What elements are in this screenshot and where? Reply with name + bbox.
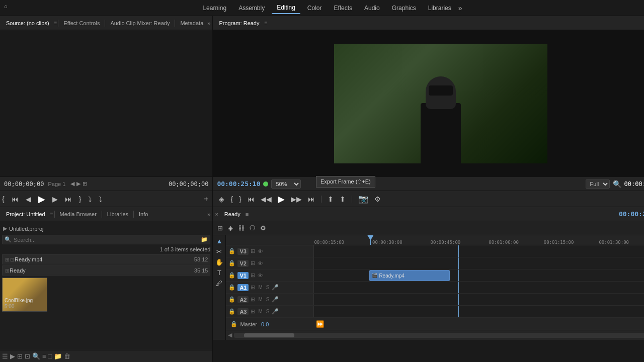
- project-search-bar[interactable]: 🔍 📁: [2, 235, 210, 244]
- source-page-end[interactable]: ⊞: [83, 180, 87, 187]
- v1-clip-block[interactable]: 🎬 Ready.mp4: [369, 270, 450, 281]
- program-add-marker[interactable]: ◈: [217, 194, 226, 204]
- a2-lock-icon[interactable]: 🔒: [228, 296, 236, 303]
- timeline-close-icon[interactable]: ×: [215, 211, 218, 217]
- program-go-to-out[interactable]: ⏭: [306, 194, 317, 204]
- tool-zoom[interactable]: T: [217, 269, 221, 277]
- v2-toggle-sync[interactable]: ⊞: [250, 259, 256, 267]
- nav-color[interactable]: Color: [302, 3, 327, 14]
- source-back-frame[interactable]: ◀: [24, 194, 33, 204]
- tab-audio-mixer[interactable]: Audio Clip Mixer: Ready: [106, 18, 174, 28]
- tl-snap-button[interactable]: ⊞: [216, 223, 224, 233]
- item-btn-3[interactable]: ⊞: [5, 268, 9, 274]
- tool-razor[interactable]: ✂: [216, 248, 222, 255]
- v3-label[interactable]: V3: [237, 248, 248, 255]
- program-quality-select[interactable]: Full 1/2 1/4: [586, 179, 610, 189]
- scroll-left-button[interactable]: ◀: [228, 332, 232, 338]
- project-icon-view-icon[interactable]: ▶: [10, 352, 15, 360]
- program-menu-icon[interactable]: ≡: [264, 20, 267, 26]
- project-delete-icon[interactable]: 🗑: [64, 352, 70, 360]
- project-tab-project[interactable]: Project: Untitled: [2, 209, 49, 219]
- item-btn-1[interactable]: ⊞: [5, 257, 9, 262]
- tab-effect-controls[interactable]: Effect Controls: [59, 18, 104, 28]
- timeline-scroll-thumb[interactable]: [244, 333, 294, 337]
- a2-track-content[interactable]: [314, 294, 644, 305]
- v2-lock-icon[interactable]: 🔒: [228, 259, 236, 267]
- nav-audio[interactable]: Audio: [359, 3, 385, 14]
- source-page-next[interactable]: ▶: [76, 180, 80, 187]
- item-btn-2[interactable]: ⊡: [10, 257, 14, 262]
- export-frame-button[interactable]: 📷: [356, 194, 370, 204]
- nav-effects[interactable]: Effects: [329, 3, 357, 14]
- v3-lock-icon[interactable]: 🔒: [228, 247, 236, 255]
- source-tab-active[interactable]: Source: (no clips): [2, 18, 53, 28]
- source-step-fwd[interactable]: ⏭: [63, 194, 74, 204]
- program-mark-in[interactable]: {: [228, 194, 235, 204]
- v1-label[interactable]: V1: [237, 272, 248, 279]
- a1-toggle-sync[interactable]: ⊞: [250, 284, 256, 291]
- master-play-icon[interactable]: ⏩: [316, 320, 324, 328]
- program-step-back[interactable]: ◀◀: [259, 194, 274, 204]
- a3-m-button[interactable]: M: [257, 309, 263, 314]
- source-mark-in[interactable]: {: [0, 194, 7, 204]
- source-menu-icon[interactable]: ≡: [54, 20, 57, 26]
- coolbike-thumbnail[interactable]: CoolBike.jpg 5:00: [2, 278, 47, 312]
- ready-mp4-bar[interactable]: ⊞ ⊡ Ready.mp4 58:12: [2, 254, 210, 264]
- v3-track-content[interactable]: [314, 245, 644, 257]
- ready-seq-bar[interactable]: ⊞ Ready 35:15: [2, 265, 210, 276]
- a3-track-content[interactable]: [314, 306, 644, 317]
- program-extract[interactable]: ⬆: [338, 194, 348, 204]
- program-play-button[interactable]: ▶: [276, 193, 287, 206]
- program-mark-out[interactable]: }: [237, 194, 244, 204]
- source-panel-arrow[interactable]: »: [207, 20, 210, 26]
- timeline-scroll-track[interactable]: [234, 333, 644, 338]
- a2-toggle-sync[interactable]: ⊞: [250, 296, 256, 303]
- v1-lock-icon[interactable]: 🔒: [228, 272, 236, 279]
- tool-hand[interactable]: ✋: [215, 258, 223, 266]
- source-mark-out[interactable]: }: [77, 194, 84, 204]
- tab-metadata[interactable]: Metadata: [176, 18, 207, 28]
- source-play-button[interactable]: ▶: [36, 193, 47, 206]
- new-folder-icon[interactable]: 📁: [201, 236, 208, 243]
- project-menu-icon[interactable]: ≡: [50, 211, 53, 217]
- tl-marker-button[interactable]: ◈: [226, 223, 234, 233]
- v1-eye-icon[interactable]: 👁: [257, 272, 264, 279]
- nav-editing[interactable]: Editing: [272, 2, 300, 14]
- v2-eye-icon[interactable]: 👁: [257, 260, 264, 267]
- v2-label[interactable]: V2: [237, 260, 248, 267]
- master-lock-icon[interactable]: 🔒: [230, 320, 238, 328]
- source-panel-add[interactable]: +: [204, 195, 208, 204]
- a3-label[interactable]: A3: [237, 308, 249, 315]
- project-find-icon[interactable]: □: [48, 352, 52, 360]
- timeline-sequence-tab[interactable]: Ready: [220, 209, 245, 219]
- project-tab-media[interactable]: Media Browser: [56, 209, 101, 219]
- program-tab-ready[interactable]: Program: Ready: [215, 18, 263, 28]
- a1-track-content[interactable]: [314, 282, 644, 293]
- v3-eye-icon[interactable]: 👁: [257, 248, 264, 255]
- source-overwrite[interactable]: ⤵: [97, 194, 104, 204]
- program-settings[interactable]: ⚙: [372, 194, 383, 204]
- program-lift[interactable]: ⬆: [326, 194, 336, 204]
- project-metadata-icon[interactable]: ⊡: [25, 352, 30, 360]
- a1-lock-icon[interactable]: 🔒: [228, 284, 236, 291]
- source-fwd-frame[interactable]: ▶: [50, 194, 60, 204]
- project-automate-icon[interactable]: ≡: [42, 352, 46, 360]
- program-go-to-in[interactable]: ⏮: [246, 194, 257, 204]
- a2-m-button[interactable]: M: [257, 297, 263, 302]
- a3-s-button[interactable]: S: [265, 309, 271, 314]
- project-panel-arrow[interactable]: »: [207, 211, 210, 217]
- program-step-fwd[interactable]: ▶▶: [289, 194, 304, 204]
- tool-selection[interactable]: ▲: [216, 237, 222, 245]
- a1-s-button[interactable]: S: [265, 285, 271, 290]
- source-step-back[interactable]: ⏮: [10, 194, 21, 204]
- tl-settings-button[interactable]: ⚙: [259, 223, 268, 233]
- project-zoom-icon[interactable]: 🔍: [32, 352, 40, 360]
- project-tab-info[interactable]: Info: [135, 209, 152, 219]
- a2-s-button[interactable]: S: [265, 297, 271, 302]
- nav-learning[interactable]: Learning: [198, 3, 231, 14]
- v2-track-content[interactable]: [314, 257, 644, 269]
- nav-assembly[interactable]: Assembly: [233, 3, 270, 14]
- nav-graphics[interactable]: Graphics: [387, 3, 421, 14]
- a2-label[interactable]: A2: [237, 296, 249, 303]
- a3-toggle-sync[interactable]: ⊞: [250, 308, 256, 315]
